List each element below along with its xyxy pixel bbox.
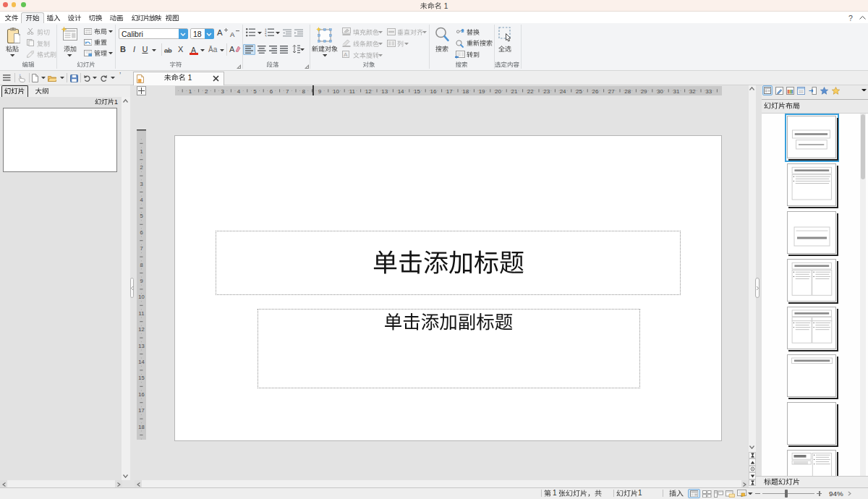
svg-text:3: 3 xyxy=(140,181,142,187)
svg-text:25: 25 xyxy=(576,88,582,95)
svg-text:23: 23 xyxy=(543,88,550,95)
svg-text:2: 2 xyxy=(205,88,208,95)
svg-text:13: 13 xyxy=(381,88,388,95)
svg-text:A: A xyxy=(344,51,348,58)
svg-text:3: 3 xyxy=(221,88,224,95)
svg-text:1: 1 xyxy=(140,148,142,155)
svg-text:7: 7 xyxy=(140,245,142,252)
svg-text:6: 6 xyxy=(270,88,273,95)
svg-text:4: 4 xyxy=(237,88,241,95)
svg-text:12: 12 xyxy=(365,88,372,95)
svg-text:22: 22 xyxy=(527,88,534,95)
svg-text:8: 8 xyxy=(302,88,305,95)
svg-text:30: 30 xyxy=(657,88,663,95)
svg-text:27: 27 xyxy=(608,88,615,95)
svg-text:4: 4 xyxy=(140,197,142,203)
svg-text:2: 2 xyxy=(140,164,142,171)
svg-text:20: 20 xyxy=(495,88,501,95)
svg-text:5: 5 xyxy=(253,88,257,95)
svg-text:13: 13 xyxy=(138,343,144,349)
svg-text:14: 14 xyxy=(398,88,404,95)
svg-text:12: 12 xyxy=(138,326,144,333)
svg-text:9: 9 xyxy=(318,88,322,95)
svg-text:16: 16 xyxy=(430,88,436,95)
svg-text:31: 31 xyxy=(673,88,679,95)
svg-text:16: 16 xyxy=(138,391,144,398)
svg-text:11: 11 xyxy=(349,88,356,95)
svg-text:17: 17 xyxy=(446,88,453,95)
svg-text:15: 15 xyxy=(138,375,144,381)
svg-text:18: 18 xyxy=(138,424,144,430)
svg-text:8: 8 xyxy=(140,262,142,268)
svg-text:7: 7 xyxy=(286,88,289,95)
svg-text:6: 6 xyxy=(140,229,142,236)
svg-text:10: 10 xyxy=(333,88,339,95)
svg-text:32: 32 xyxy=(689,88,696,95)
svg-text:5: 5 xyxy=(140,213,142,219)
svg-text:24: 24 xyxy=(560,88,566,95)
svg-text:17: 17 xyxy=(138,407,144,414)
svg-text:21: 21 xyxy=(511,88,517,95)
svg-text:29: 29 xyxy=(641,88,647,95)
svg-text:11: 11 xyxy=(139,310,145,317)
svg-text:26: 26 xyxy=(592,88,598,95)
svg-text:28: 28 xyxy=(624,88,631,95)
svg-text:33: 33 xyxy=(705,88,712,95)
svg-text:14: 14 xyxy=(138,359,144,365)
svg-text:10: 10 xyxy=(138,294,144,300)
svg-text:18: 18 xyxy=(462,88,469,95)
svg-text:19: 19 xyxy=(479,88,485,95)
svg-text:9: 9 xyxy=(140,278,142,284)
svg-text:15: 15 xyxy=(414,88,420,95)
svg-text:1: 1 xyxy=(189,88,192,95)
svg-text:3: 3 xyxy=(265,35,267,38)
